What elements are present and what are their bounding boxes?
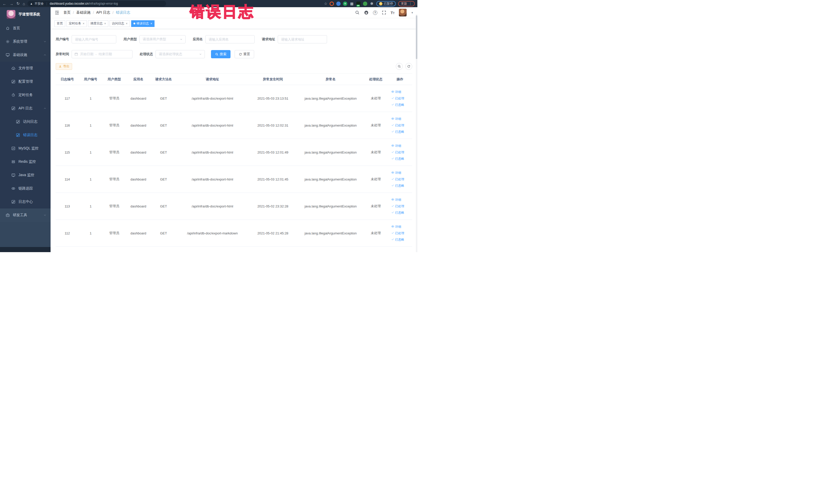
action-详细[interactable]: 详细 [391, 225, 401, 229]
sidebar-item-label: 系统管理 [13, 39, 27, 44]
request-url-label: 请求地址 [262, 37, 275, 42]
page-scrollbar[interactable] [416, 14, 418, 252]
sidebar-item-file[interactable]: 文件管理 [0, 62, 50, 75]
action-详细[interactable]: 详细 [391, 144, 401, 148]
sidebar-item-config[interactable]: 配置管理 [0, 75, 50, 88]
address-bar[interactable]: ▲ 不安全 | dashboard.yudao.iocoder.cn/infra… [27, 1, 166, 6]
action-已处理[interactable]: 已处理 [391, 96, 404, 101]
column-header: 异常发生时间 [248, 77, 297, 82]
menu-fold-icon[interactable] [55, 10, 60, 15]
cell-app: dashboard [126, 204, 151, 208]
tab-错误日志[interactable]: 错误日志× [131, 20, 155, 27]
tab-label: 错误日志 [137, 21, 149, 26]
blue-pin-extension-icon[interactable] [336, 2, 341, 6]
grid-extension-icon[interactable]: ▦ [350, 2, 354, 6]
avatar-caret-icon[interactable]: ▼ [411, 11, 413, 14]
sidebar-item-mysql[interactable]: MySQL 监控 [0, 142, 50, 155]
sidebar-item-infra[interactable]: 基础设施 [0, 48, 50, 62]
font-size-icon[interactable]: TT [391, 11, 394, 15]
pinwheel-extension-icon[interactable]: ✼ [370, 2, 374, 6]
close-icon[interactable]: × [126, 22, 127, 25]
action-详细[interactable]: 详细 [391, 171, 401, 175]
browser-reload-icon[interactable]: ↻ [16, 1, 20, 6]
action-已处理[interactable]: 已处理 [391, 204, 404, 208]
sidebar-item-trace[interactable]: 链路追踪 [0, 182, 50, 195]
start-date-placeholder: 开始日期 [80, 52, 94, 57]
app-name-input[interactable] [205, 35, 254, 43]
action-已处理[interactable]: 已处理 [391, 123, 404, 127]
sidebar-item-error-log[interactable]: 错误日志 [0, 128, 50, 142]
breadcrumb-item[interactable]: 基础设施 [76, 10, 90, 15]
bookmark-star-icon[interactable]: ☆ [324, 2, 327, 6]
green-v-extension-icon[interactable]: V [343, 2, 347, 6]
sidebar-item-redis[interactable]: Redis 监控 [0, 155, 50, 168]
help-icon[interactable]: ? [373, 11, 377, 15]
sidebar-item-job[interactable]: 定时任务 [0, 88, 50, 102]
paused-extension-chip[interactable]: 已暂停 [376, 1, 396, 6]
sidebar-item-dev-tools[interactable]: 研发工具 [0, 208, 50, 222]
fullscreen-icon[interactable] [382, 10, 386, 15]
scrollbar-thumb[interactable] [416, 15, 418, 59]
action-详细[interactable]: 详细 [391, 117, 401, 121]
toggle-search-button[interactable] [396, 63, 403, 70]
sidebar-item-api-log[interactable]: API 日志 [0, 102, 50, 115]
tab-首页[interactable]: 首页 [55, 20, 65, 27]
tab-访问日志[interactable]: 访问日志× [109, 20, 130, 27]
action-已忽略[interactable]: 已忽略 [391, 184, 404, 188]
browser-forward-icon[interactable]: → [9, 2, 13, 6]
action-详细[interactable]: 详细 [391, 198, 401, 202]
app-logo-row[interactable]: 芋道管理系统 [0, 7, 50, 22]
action-已忽略[interactable]: 已忽略 [391, 130, 404, 134]
orange-ring-extension-icon[interactable] [330, 2, 334, 6]
cell-url: /api/infra/db-doc/export-html [176, 204, 248, 208]
sidebar-item-system[interactable]: 系统管理 [0, 35, 50, 48]
update-chip[interactable]: 更新 ⋮ [398, 1, 415, 6]
github-icon[interactable] [364, 10, 369, 15]
tab-调度日志[interactable]: 调度日志× [88, 20, 108, 27]
action-已忽略[interactable]: 已忽略 [391, 157, 404, 161]
exception-time-range-picker[interactable]: 开始日期 - 结束日期 [72, 50, 133, 58]
cell-id: 116 [56, 123, 79, 127]
browser-back-icon[interactable]: ← [3, 2, 6, 6]
export-button[interactable]: 导出 [56, 63, 72, 70]
browser-home-icon[interactable]: ⌂ [23, 2, 25, 6]
column-header: 应用名 [126, 77, 151, 82]
action-已处理[interactable]: 已处理 [391, 231, 404, 236]
cloud-icon [11, 66, 15, 70]
action-已忽略[interactable]: 已忽略 [391, 238, 404, 242]
action-已处理[interactable]: 已处理 [391, 150, 404, 155]
sidebar-collapse-bar[interactable] [0, 247, 50, 252]
url-text[interactable]: dashboard.yudao.iocoder.cn/infra/log/api… [50, 2, 118, 5]
sidebar-item-access-log[interactable]: 访问日志 [0, 115, 50, 128]
process-status-select[interactable]: 请选择处理状态 [156, 50, 205, 58]
eye-icon [391, 198, 394, 202]
sidebar-item-java[interactable]: Java 监控 [0, 168, 50, 182]
breadcrumb-item[interactable]: 首页 [63, 10, 70, 15]
request-url-input[interactable] [278, 35, 327, 43]
reset-button[interactable]: 重置 [235, 50, 254, 58]
leaf-extension-icon[interactable] [363, 2, 367, 6]
user-avatar[interactable] [399, 9, 407, 16]
action-已忽略[interactable]: 已忽略 [391, 210, 404, 215]
table-header-row: 日志编号用户编号用户类型应用名请求方法名请求地址异常发生时间异常名处理状态操作 [56, 74, 412, 85]
close-icon[interactable]: × [150, 22, 152, 25]
close-icon[interactable]: × [104, 22, 106, 25]
action-已忽略[interactable]: 已忽略 [391, 103, 404, 107]
tab-label: 首页 [57, 21, 63, 26]
action-已处理[interactable]: 已处理 [391, 177, 404, 182]
search-button[interactable]: 搜索 [211, 50, 230, 58]
security-label[interactable]: 不安全 [35, 2, 44, 6]
security-warning-icon[interactable]: ▲ [30, 2, 33, 5]
sidebar-item-log-center[interactable]: 日志中心 [0, 195, 50, 208]
calendar-icon [75, 53, 78, 56]
sidebar-item-home[interactable]: 首页 [0, 22, 50, 35]
on-switch-extension-icon[interactable]: on [356, 2, 361, 6]
user-type-select[interactable]: 请选择用户类型 [139, 35, 186, 43]
close-icon[interactable]: × [83, 22, 84, 25]
tab-定时任务[interactable]: 定时任务× [66, 20, 87, 27]
refresh-table-button[interactable] [405, 63, 412, 70]
user-id-input[interactable] [72, 35, 116, 43]
breadcrumb-item[interactable]: API 日志 [96, 10, 110, 15]
search-icon[interactable] [355, 10, 360, 15]
action-详细[interactable]: 详细 [391, 90, 401, 94]
